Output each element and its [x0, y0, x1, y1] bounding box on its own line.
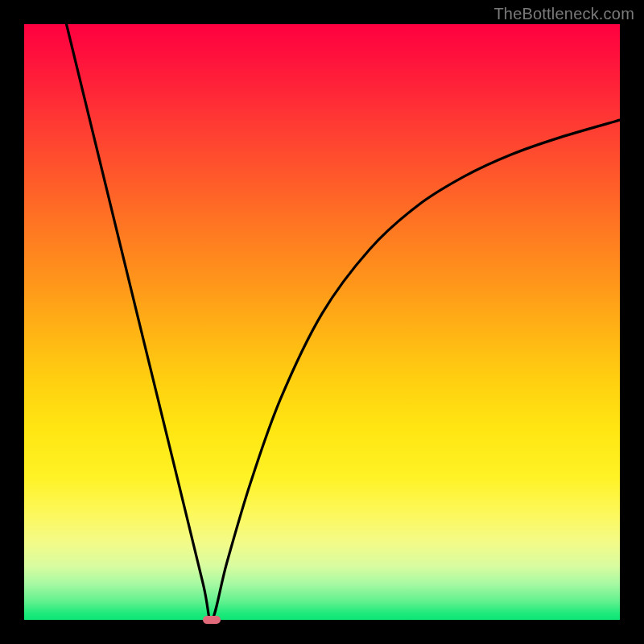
optimum-marker	[203, 616, 221, 624]
plot-area	[24, 24, 620, 620]
watermark-text: TheBottleneck.com	[493, 5, 634, 23]
bottleneck-curve	[67, 24, 620, 620]
curve-svg	[24, 24, 620, 620]
chart-canvas: TheBottleneck.com	[0, 0, 644, 644]
